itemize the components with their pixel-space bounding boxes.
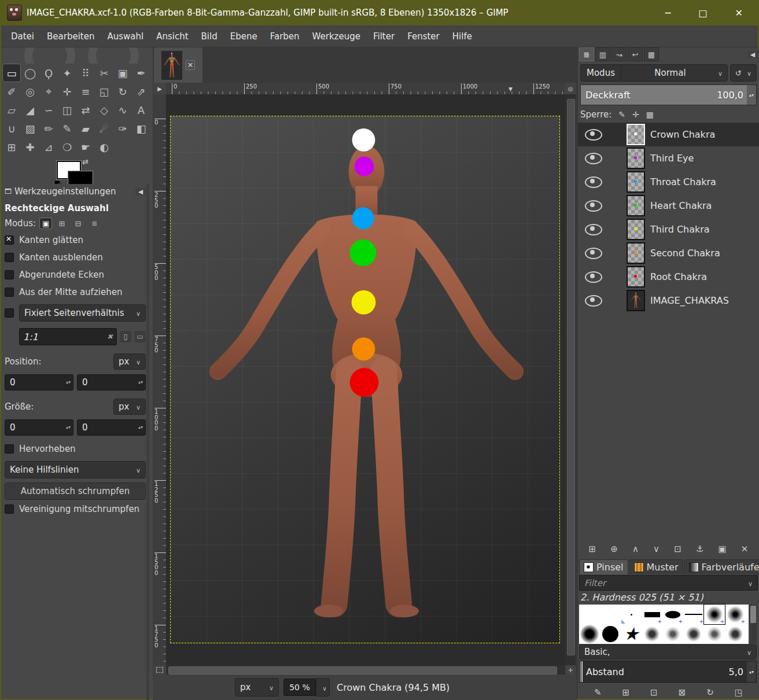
brush-thumb[interactable] (621, 605, 642, 624)
flip-tool-icon[interactable]: ⇄ (76, 101, 95, 119)
layer-row-crown-chakra[interactable]: Crown Chakra (578, 123, 759, 146)
menu-bild[interactable]: Bild (196, 29, 223, 44)
visibility-eye-icon[interactable] (585, 176, 602, 188)
visibility-eye-icon[interactable] (585, 224, 602, 235)
brush-thumb[interactable] (642, 624, 662, 644)
handle-transform-tool-icon[interactable]: ∽ (39, 101, 58, 119)
cage-transform-tool-icon[interactable]: ◇ (95, 101, 113, 119)
vertical-scrollbar[interactable] (565, 94, 576, 665)
raise-layer-icon[interactable]: ∧ (632, 544, 639, 554)
spacing-slider[interactable]: Abstand 5,0 ▴▾ (579, 661, 757, 683)
brush-thumb[interactable]: ★ (621, 624, 642, 644)
channels-tab-icon[interactable]: ▥ (595, 47, 610, 61)
close-image-icon[interactable]: ✕ (186, 60, 196, 70)
ink-tool-icon[interactable]: ✑ (113, 119, 132, 138)
select-by-color-tool-icon[interactable]: ⠿ (76, 64, 95, 82)
mode-replace-icon[interactable]: ▣ (39, 218, 52, 229)
spinner-arrows-icon[interactable]: ▴▾ (747, 661, 756, 682)
portrait-icon[interactable]: ▯ (120, 331, 131, 342)
zoom-level-input[interactable]: 50 % (283, 679, 316, 696)
smudge-tool-icon[interactable]: ☛ (76, 138, 95, 156)
align-tool-icon[interactable]: ≡ (76, 82, 95, 101)
color-picker-tool-icon[interactable]: ✐ (2, 82, 21, 101)
layer-row-image-chakras[interactable]: IMAGE_CHAKRAS (578, 289, 759, 312)
pencil-tool-icon[interactable]: ✏ (39, 119, 58, 138)
antialias-checkbox[interactable] (5, 235, 14, 245)
visibility-eye-icon[interactable] (585, 271, 602, 283)
free-select-tool-icon[interactable]: Ϙ (39, 64, 58, 82)
swap-colors-icon[interactable]: ⇄ (82, 157, 89, 166)
highlight-checkbox[interactable] (5, 444, 14, 454)
anchor-layer-icon[interactable]: ⚓ (696, 544, 703, 554)
close-button[interactable]: ✕ (735, 8, 743, 19)
menu-filter[interactable]: Filter (368, 29, 400, 44)
position-unit-dropdown[interactable]: px (113, 353, 146, 370)
mode-intersect-icon[interactable]: ⧈ (88, 218, 101, 229)
brush-thumb[interactable] (579, 624, 600, 644)
edit-brush-icon[interactable]: ✎ (594, 687, 602, 698)
fixed-aspect-checkbox[interactable] (5, 308, 14, 318)
visibility-eye-icon[interactable] (585, 200, 602, 212)
auto-shrink-button[interactable]: Automatisch schrumpfen (5, 482, 146, 500)
brush-thumb[interactable] (725, 624, 746, 644)
layer-row-root-chakra[interactable]: Root Chakra (578, 265, 759, 289)
mode-add-icon[interactable]: ⊞ (56, 218, 68, 229)
opacity-slider[interactable]: Deckkraft 100,0 ▴▾ (580, 84, 757, 105)
open-brush-as-image-icon[interactable]: ◳ (735, 687, 743, 698)
visibility-eye-icon[interactable] (585, 153, 602, 164)
gradient-tool-icon[interactable]: ▨ (21, 119, 39, 138)
mode-subtract-icon[interactable]: ⊟ (72, 218, 84, 229)
visibility-eye-icon[interactable] (585, 248, 602, 259)
layer-boundary[interactable] (170, 116, 560, 643)
brush-thumb[interactable]: + (662, 605, 683, 624)
ruler-unit-dropdown[interactable]: px (235, 678, 279, 697)
layer-row-third-eye[interactable]: Third Eye (578, 146, 759, 170)
eraser-tool-icon[interactable]: ▰ (76, 119, 95, 138)
horizontal-scrollbar[interactable] (166, 665, 565, 675)
dodge-burn-tool-icon[interactable]: ◐ (95, 138, 113, 156)
brush-thumb[interactable] (579, 605, 600, 624)
maximize-button[interactable]: □ (698, 8, 707, 19)
canvas-viewport[interactable] (166, 94, 565, 665)
minimize-button[interactable]: ─ (665, 8, 671, 19)
lower-layer-icon[interactable]: ∨ (653, 544, 659, 554)
text-tool-icon[interactable]: A (132, 101, 150, 119)
aspect-ratio-input[interactable]: 1:1 ✖ (19, 328, 117, 345)
menu-bearbeiten[interactable]: Bearbeiten (42, 29, 100, 44)
menu-farben[interactable]: Farben (265, 29, 305, 44)
layer-row-throat-chakra[interactable]: Throat Chakra (578, 170, 759, 194)
brush-thumb[interactable]: + (683, 605, 704, 624)
tab-muster[interactable]: Muster (629, 559, 683, 574)
mode-switch-button[interactable]: ↺ (730, 64, 757, 82)
paths-tool-icon[interactable]: ✒ (132, 64, 150, 82)
lock-pixels-icon[interactable]: ✎ (618, 110, 625, 119)
tool-options-scrollbar[interactable] (146, 184, 149, 700)
blur-sharpen-tool-icon[interactable]: ❍ (58, 138, 76, 156)
feather-checkbox[interactable] (5, 253, 14, 262)
menu-werkzeuge[interactable]: Werkzeuge (307, 29, 366, 44)
lock-alpha-icon[interactable]: ▦ (646, 110, 654, 119)
brush-thumb-selected[interactable]: + (704, 605, 725, 624)
warp-transform-tool-icon[interactable]: ∿ (113, 101, 132, 119)
layer-row-second-chakra[interactable]: Second Chakra (578, 241, 759, 265)
menu-ansicht[interactable]: Ansicht (151, 29, 193, 44)
size-width-spinner[interactable]: 0 ▴▾ (5, 419, 73, 436)
rotate-tool-icon[interactable]: ↻ (113, 82, 132, 101)
add-layer-mask-icon[interactable]: ▣ (718, 544, 726, 554)
visibility-eye-icon[interactable] (585, 129, 602, 141)
spinner-arrows-icon[interactable]: ▴▾ (747, 85, 756, 105)
duplicate-brush-icon[interactable]: ⊡ (650, 687, 658, 698)
rounded-corners-checkbox[interactable] (5, 270, 14, 279)
brush-thumb[interactable] (600, 624, 621, 644)
visibility-eye-icon[interactable] (585, 295, 602, 307)
clone-tool-icon[interactable]: ⊞ (2, 138, 21, 156)
zoom-dropdown-icon[interactable] (316, 678, 330, 697)
shear-tool-icon[interactable]: ▱ (2, 101, 21, 119)
brush-thumb[interactable] (704, 624, 725, 644)
brush-thumb[interactable] (662, 624, 683, 644)
menu-datei[interactable]: Datei (6, 29, 39, 44)
tab-pinsel[interactable]: Pinsel (579, 559, 628, 574)
canvas-menu-icon[interactable]: ▶ (153, 83, 166, 94)
delete-layer-icon[interactable]: ✕ (741, 544, 749, 554)
vertical-ruler[interactable]: 0 250 500 750 1000 1250 1500 1750 (153, 94, 167, 665)
